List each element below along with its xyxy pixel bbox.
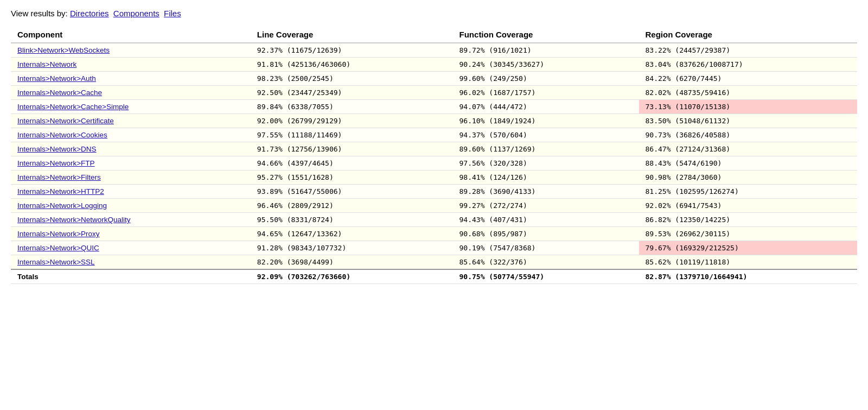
- component-cell: Internals>Network>Filters: [11, 171, 251, 185]
- line-coverage-cell: 91.81% (425136/463060): [251, 58, 453, 72]
- region-coverage-cell: 86.47% (27124/31368): [639, 142, 857, 156]
- region-coverage-cell: 92.02% (6941/7543): [639, 199, 857, 213]
- function-coverage-cell: 94.37% (570/604): [453, 128, 639, 142]
- component-cell: Internals>Network>NetworkQuality: [11, 213, 251, 227]
- component-link[interactable]: Internals>Network>FTP: [17, 159, 95, 167]
- view-results-bar: View results by: Directories Components …: [11, 9, 857, 18]
- line-coverage-cell: 91.28% (98343/107732): [251, 241, 453, 255]
- header-region-coverage: Region Coverage: [639, 27, 857, 43]
- component-link[interactable]: Internals>Network>DNS: [17, 145, 97, 153]
- totals-row: Totals92.09% (703262/763660)90.75% (5077…: [11, 269, 857, 284]
- table-row: Internals>Network>Auth98.23% (2500/2545)…: [11, 72, 857, 86]
- function-coverage-cell: 89.28% (3690/4133): [453, 185, 639, 199]
- function-coverage-cell: 99.60% (249/250): [453, 72, 639, 86]
- region-coverage-cell: 88.43% (5474/6190): [639, 156, 857, 171]
- table-row: Internals>Network>NetworkQuality95.50% (…: [11, 213, 857, 227]
- line-coverage-cell: 82.20% (3698/4499): [251, 255, 453, 270]
- component-cell: Internals>Network>Logging: [11, 199, 251, 213]
- component-link[interactable]: Internals>Network>Filters: [17, 173, 101, 181]
- component-link[interactable]: Blink>Network>WebSockets: [17, 46, 110, 54]
- table-row: Internals>Network>Proxy94.65% (12647/133…: [11, 227, 857, 241]
- component-link[interactable]: Internals>Network>Certificate: [17, 117, 114, 125]
- region-coverage-cell: 84.22% (6270/7445): [639, 72, 857, 86]
- component-link[interactable]: Internals>Network>Auth: [17, 74, 96, 83]
- component-cell: Internals>Network>Certificate: [11, 114, 251, 128]
- table-row: Internals>Network>SSL82.20% (3698/4499)8…: [11, 255, 857, 270]
- line-coverage-cell: 95.50% (8331/8724): [251, 213, 453, 227]
- line-coverage-cell: 92.37% (11675/12639): [251, 43, 453, 58]
- component-cell: Internals>Network>Proxy: [11, 227, 251, 241]
- region-coverage-cell: 86.82% (12350/14225): [639, 213, 857, 227]
- table-row: Internals>Network>Filters95.27% (1551/16…: [11, 171, 857, 185]
- table-row: Internals>Network>DNS91.73% (12756/13906…: [11, 142, 857, 156]
- function-coverage-cell: 97.56% (320/328): [453, 156, 639, 171]
- totals-region-coverage: 82.87% (1379710/1664941): [639, 269, 857, 284]
- totals-label: Totals: [11, 269, 251, 284]
- function-coverage-cell: 90.19% (7547/8368): [453, 241, 639, 255]
- component-link[interactable]: Internals>Network>NetworkQuality: [17, 216, 131, 224]
- component-cell: Internals>Network>Cookies: [11, 128, 251, 142]
- component-cell: Blink>Network>WebSockets: [11, 43, 251, 58]
- region-coverage-cell: 79.67% (169329/212525): [639, 241, 857, 255]
- region-coverage-cell: 83.50% (51048/61132): [639, 114, 857, 128]
- table-row: Internals>Network>Cache>Simple89.84% (63…: [11, 100, 857, 114]
- function-coverage-cell: 94.07% (444/472): [453, 100, 639, 114]
- component-link[interactable]: Internals>Network>SSL: [17, 258, 95, 266]
- region-coverage-cell: 81.25% (102595/126274): [639, 185, 857, 199]
- line-coverage-cell: 92.00% (26799/29129): [251, 114, 453, 128]
- totals-function-coverage: 90.75% (50774/55947): [453, 269, 639, 284]
- region-coverage-cell: 82.02% (48735/59416): [639, 86, 857, 100]
- component-cell: Internals>Network>FTP: [11, 156, 251, 171]
- region-coverage-cell: 85.62% (10119/11818): [639, 255, 857, 270]
- line-coverage-cell: 98.23% (2500/2545): [251, 72, 453, 86]
- totals-line-coverage: 92.09% (703262/763660): [251, 269, 453, 284]
- function-coverage-cell: 89.72% (916/1021): [453, 43, 639, 58]
- function-coverage-cell: 96.10% (1849/1924): [453, 114, 639, 128]
- view-results-label: View results by:: [11, 9, 68, 18]
- component-link[interactable]: Internals>Network>Logging: [17, 201, 107, 210]
- function-coverage-cell: 90.24% (30345/33627): [453, 58, 639, 72]
- directories-link[interactable]: Directories: [70, 9, 109, 18]
- component-cell: Internals>Network>SSL: [11, 255, 251, 270]
- component-cell: Internals>Network>QUIC: [11, 241, 251, 255]
- function-coverage-cell: 98.41% (124/126): [453, 171, 639, 185]
- region-coverage-cell: 90.98% (2784/3060): [639, 171, 857, 185]
- line-coverage-cell: 89.84% (6338/7055): [251, 100, 453, 114]
- component-cell: Internals>Network>Auth: [11, 72, 251, 86]
- line-coverage-cell: 94.65% (12647/13362): [251, 227, 453, 241]
- region-coverage-cell: 83.04% (837626/1008717): [639, 58, 857, 72]
- table-header-row: Component Line Coverage Function Coverag…: [11, 27, 857, 43]
- line-coverage-cell: 95.27% (1551/1628): [251, 171, 453, 185]
- component-cell: Internals>Network: [11, 58, 251, 72]
- function-coverage-cell: 96.02% (1687/1757): [453, 86, 639, 100]
- table-row: Blink>Network>WebSockets92.37% (11675/12…: [11, 43, 857, 58]
- header-component: Component: [11, 27, 251, 43]
- components-link[interactable]: Components: [113, 9, 159, 18]
- component-cell: Internals>Network>Cache: [11, 86, 251, 100]
- table-row: Internals>Network>QUIC91.28% (98343/1077…: [11, 241, 857, 255]
- files-link[interactable]: Files: [164, 9, 181, 18]
- component-cell: Internals>Network>HTTP2: [11, 185, 251, 199]
- line-coverage-cell: 92.50% (23447/25349): [251, 86, 453, 100]
- line-coverage-cell: 96.46% (2809/2912): [251, 199, 453, 213]
- table-row: Internals>Network91.81% (425136/463060)9…: [11, 58, 857, 72]
- component-link[interactable]: Internals>Network>QUIC: [17, 244, 99, 252]
- component-link[interactable]: Internals>Network>Cache: [17, 89, 102, 97]
- component-link[interactable]: Internals>Network>Cache>Simple: [17, 103, 129, 111]
- component-link[interactable]: Internals>Network>Proxy: [17, 230, 100, 238]
- function-coverage-cell: 94.43% (407/431): [453, 213, 639, 227]
- function-coverage-cell: 89.60% (1137/1269): [453, 142, 639, 156]
- table-row: Internals>Network>FTP94.66% (4397/4645)9…: [11, 156, 857, 171]
- component-link[interactable]: Internals>Network>HTTP2: [17, 187, 104, 195]
- header-line-coverage: Line Coverage: [251, 27, 453, 43]
- region-coverage-cell: 73.13% (11070/15138): [639, 100, 857, 114]
- region-coverage-cell: 90.73% (36826/40588): [639, 128, 857, 142]
- table-row: Internals>Network>HTTP293.89% (51647/550…: [11, 185, 857, 199]
- region-coverage-cell: 89.53% (26962/30115): [639, 227, 857, 241]
- component-link[interactable]: Internals>Network: [17, 60, 76, 68]
- line-coverage-cell: 94.66% (4397/4645): [251, 156, 453, 171]
- function-coverage-cell: 90.68% (895/987): [453, 227, 639, 241]
- line-coverage-cell: 91.73% (12756/13906): [251, 142, 453, 156]
- component-link[interactable]: Internals>Network>Cookies: [17, 131, 107, 139]
- component-cell: Internals>Network>Cache>Simple: [11, 100, 251, 114]
